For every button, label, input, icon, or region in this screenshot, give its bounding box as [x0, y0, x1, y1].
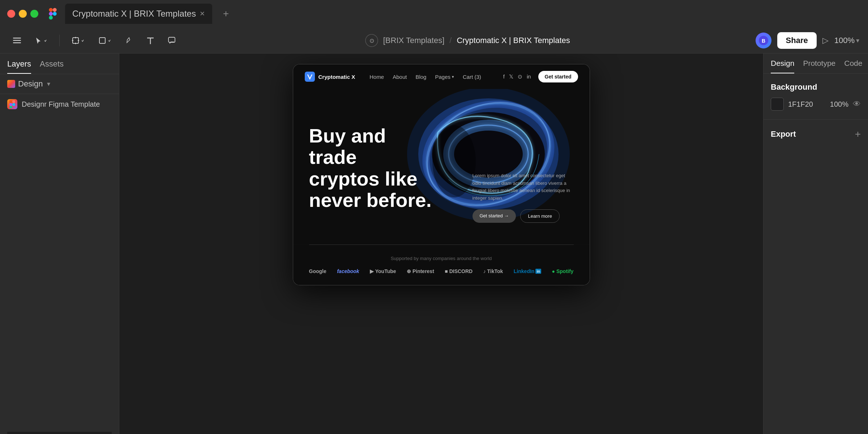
svg-rect-6: [13, 40, 21, 41]
brand-tiktok: ♪ TikTok: [483, 268, 503, 274]
brand-youtube: ▶ YouTube: [370, 268, 396, 274]
svg-rect-13: [99, 38, 105, 43]
traffic-lights: [7, 10, 38, 18]
background-row: 1F1F20 100% 👁: [771, 98, 861, 111]
tab-close-icon[interactable]: ✕: [200, 10, 205, 18]
active-tab[interactable]: Cryptomatic X | BRIX Templates ✕: [65, 4, 212, 24]
nav-cart[interactable]: Cart (3): [463, 74, 481, 80]
visibility-toggle[interactable]: 👁: [853, 99, 861, 109]
panel-tabs: Layers Assets: [0, 54, 119, 74]
svg-rect-5: [13, 38, 21, 39]
breadcrumb-sep: /: [449, 36, 452, 45]
breadcrumb: ⊙ [BRIX Templates] / Cryptomatic X | BRI…: [185, 34, 750, 47]
svg-text:B: B: [762, 38, 765, 44]
nav-blog[interactable]: Blog: [415, 74, 426, 80]
svg-rect-16: [168, 37, 175, 42]
frame-cta-button[interactable]: Get started: [538, 71, 578, 82]
share-button[interactable]: Share: [777, 32, 817, 49]
social-facebook[interactable]: f: [503, 73, 505, 80]
brand-spotify: ● Spotify: [552, 268, 574, 274]
new-tab-button[interactable]: +: [219, 7, 233, 21]
toolbar: ⊙ [BRIX Templates] / Cryptomatic X | BRI…: [0, 27, 868, 54]
nav-pages[interactable]: Pages ▾: [435, 74, 454, 80]
frame-social: f 𝕏 ⊙ in: [503, 73, 531, 80]
brand-facebook: facebook: [337, 268, 359, 274]
svg-rect-26: [305, 72, 315, 82]
frame-hero: Buy and trade cryptos like never before.…: [293, 89, 590, 244]
brand-discord: ■ DISCORD: [445, 268, 473, 274]
right-tab-code[interactable]: Code: [844, 59, 862, 73]
text-tool[interactable]: [143, 33, 158, 48]
left-panel: Layers Assets Design ▾ Designr Figm: [0, 54, 119, 434]
nav-about[interactable]: About: [393, 74, 407, 80]
background-section: Background 1F1F20 100% 👁: [764, 74, 868, 120]
resize-handle[interactable]: [7, 432, 112, 434]
right-tab-prototype[interactable]: Prototype: [803, 59, 835, 73]
breadcrumb-file: Cryptomatic X | BRIX Templates: [457, 36, 570, 45]
frame-logo: Cryptomatic X: [305, 72, 355, 82]
avatar[interactable]: B: [756, 33, 771, 48]
canvas[interactable]: Cryptomatic X Home About Blog Pages ▾ Ca…: [119, 54, 763, 434]
background-opacity: 100%: [830, 100, 848, 109]
right-panel-tabs: Design Prototype Code: [764, 54, 868, 74]
learn-more-button[interactable]: Learn more: [520, 209, 559, 223]
svg-rect-21: [9, 100, 12, 103]
get-started-button[interactable]: Get started →: [473, 209, 516, 223]
breadcrumb-team: [BRIX Templates]: [383, 36, 445, 45]
layer-item[interactable]: Designr Figma Template: [0, 94, 119, 114]
background-hex: 1F1F20: [788, 100, 826, 109]
svg-rect-1: [53, 8, 57, 12]
brand-linkedin: LinkedIn in: [514, 268, 541, 274]
svg-rect-8: [73, 38, 78, 43]
frame-nav-links: Home About Blog Pages ▾ Cart (3): [369, 74, 496, 80]
svg-rect-2: [49, 12, 53, 16]
export-section: Export +: [764, 120, 868, 149]
right-tab-design[interactable]: Design: [771, 59, 794, 73]
tab-title: Cryptomatic X | BRIX Templates: [72, 9, 196, 19]
social-instagram[interactable]: ⊙: [518, 73, 522, 80]
titlebar: Cryptomatic X | BRIX Templates ✕ +: [0, 0, 868, 27]
figma-icon: [47, 8, 59, 20]
comment-tool[interactable]: [164, 33, 180, 48]
design-badge-icon: [7, 80, 15, 88]
layer-name: Designr Figma Template: [22, 100, 100, 109]
hero-title: Buy and trade cryptos like never before.: [309, 125, 432, 211]
pen-tool[interactable]: [121, 33, 137, 48]
shape-tool[interactable]: [94, 33, 115, 48]
svg-rect-24: [9, 106, 12, 108]
zoom-control[interactable]: 100% ▾: [834, 36, 859, 45]
social-linkedin[interactable]: in: [527, 73, 531, 80]
maximize-button[interactable]: [30, 10, 38, 18]
hero-right: Lorem ipsum dolor sit amet consectetur e…: [473, 172, 574, 223]
background-swatch[interactable]: [771, 98, 784, 111]
minimize-button[interactable]: [19, 10, 27, 18]
supported-title: Supported by many companies around the w…: [309, 256, 574, 261]
hero-buttons: Get started → Learn more: [473, 209, 574, 223]
social-twitter[interactable]: 𝕏: [509, 73, 513, 80]
export-title: Export: [771, 129, 796, 139]
close-button[interactable]: [7, 10, 15, 18]
frame-navbar: Cryptomatic X Home About Blog Pages ▾ Ca…: [293, 64, 590, 89]
svg-rect-7: [13, 42, 21, 43]
brand-google: Google: [309, 268, 326, 274]
nav-home[interactable]: Home: [369, 74, 384, 80]
design-badge[interactable]: Design ▾: [0, 74, 119, 94]
select-tool[interactable]: [31, 33, 51, 48]
export-add-button[interactable]: +: [855, 128, 861, 140]
layers-list: Designr Figma Template: [0, 94, 119, 432]
svg-rect-0: [49, 8, 53, 12]
tab-assets[interactable]: Assets: [40, 59, 64, 74]
svg-rect-22: [12, 100, 15, 103]
svg-point-4: [53, 12, 57, 16]
frame-tool[interactable]: [68, 33, 89, 48]
layer-figma-icon: [7, 99, 17, 109]
toolbar-right: B Share ▷ 100% ▾: [756, 32, 859, 49]
hero-description: Lorem ipsum dolor sit amet consectetur e…: [473, 172, 574, 202]
svg-text:⊙: ⊙: [369, 38, 374, 44]
brand-logos: Google facebook ▶ YouTube ⊕ Pinterest ■ …: [309, 268, 574, 274]
menu-button[interactable]: [9, 33, 25, 48]
main-layout: Layers Assets Design ▾ Designr Figm: [0, 54, 868, 434]
design-frame: Cryptomatic X Home About Blog Pages ▾ Ca…: [293, 64, 590, 285]
play-button[interactable]: ▷: [822, 36, 829, 45]
tab-layers[interactable]: Layers: [7, 59, 31, 74]
